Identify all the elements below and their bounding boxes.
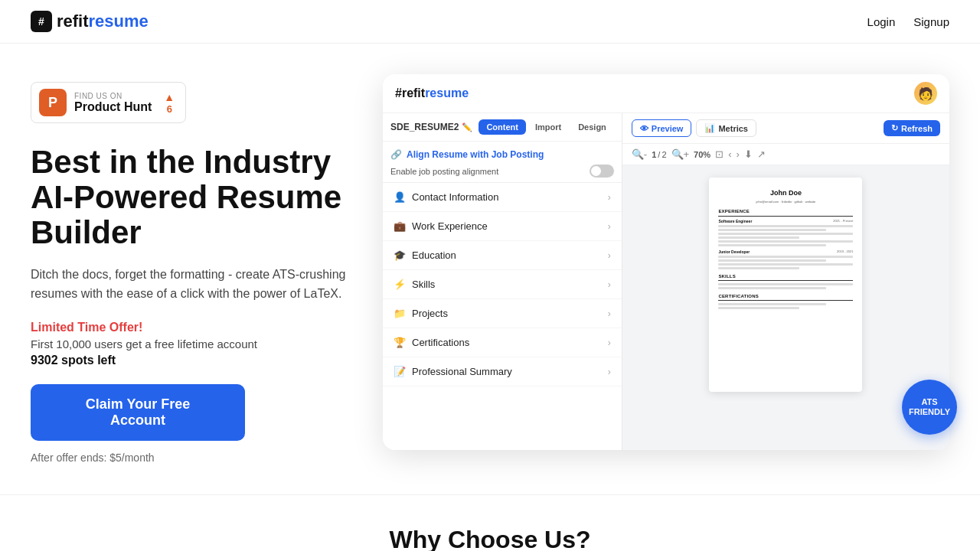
section-label-summary: Professional Summary: [412, 366, 512, 377]
logo[interactable]: # refitresume: [31, 11, 149, 32]
resume-line: [718, 225, 853, 227]
app-body: SDE_RESUME2 ✏️ Content Import Design 🔗: [383, 113, 949, 450]
align-toggle-switch[interactable]: [590, 165, 614, 178]
app-topbar: #refitresume 🧑: [383, 74, 949, 113]
work-icon: 💼: [394, 220, 406, 232]
tab-design[interactable]: Design: [570, 119, 614, 135]
contact-icon: 👤: [394, 191, 406, 203]
section-certifications[interactable]: 🏆 Certifications ›: [383, 328, 622, 357]
editor-pane: SDE_RESUME2 ✏️ Content Import Design 🔗: [383, 113, 622, 450]
resume-preview-area: John Doe john@email.com · linkedin · git…: [622, 165, 949, 450]
tab-content[interactable]: Content: [479, 119, 526, 135]
tab-import[interactable]: Import: [528, 119, 569, 135]
section-left: 🎓 Education: [394, 249, 456, 261]
spots-left-text: 9302 spots left: [31, 354, 352, 367]
total-pages: 2: [662, 150, 666, 159]
offer-description: First 10,000 users get a free lifetime a…: [31, 337, 352, 350]
navbar: # refitresume Login Signup: [0, 0, 980, 44]
resume-line: [718, 233, 853, 235]
section-projects[interactable]: 📁 Projects ›: [383, 299, 622, 328]
logo-icon: #: [31, 11, 52, 32]
resume-section-skills: Skills: [718, 273, 853, 281]
resume-line: [718, 229, 826, 231]
align-icon: 🔗: [390, 149, 402, 160]
section-left: 📁 Projects: [394, 308, 448, 319]
chevron-icon: ›: [608, 367, 611, 377]
section-label-work: Work Experience: [412, 220, 488, 232]
section-work-experience[interactable]: 💼 Work Experience ›: [383, 212, 622, 241]
resume-name: John Doe: [718, 188, 853, 198]
fit-page-button[interactable]: ⊡: [715, 148, 724, 160]
logo-text-resume: resume: [89, 11, 149, 31]
chevron-icon: ›: [608, 250, 611, 261]
chevron-icon: ›: [608, 221, 611, 232]
resume-line: [718, 256, 853, 258]
ph-upvote[interactable]: ▲ 6: [164, 91, 175, 115]
ats-badge-text: ATSFRIENDLY: [909, 397, 950, 417]
page-controls-bar: 🔍- 1 / 2 🔍+ 70% ⊡ ‹ › ⬇: [622, 144, 949, 165]
section-education[interactable]: 🎓 Education ›: [383, 241, 622, 270]
preview-toolbar: 👁 Preview 📊 Metrics ↻ Refresh: [622, 113, 949, 144]
signup-link[interactable]: Signup: [913, 15, 949, 28]
section-left: 📝 Professional Summary: [394, 366, 512, 377]
projects-icon: 📁: [394, 308, 406, 319]
resume-section-experience: Experience: [718, 208, 853, 216]
section-contact-information[interactable]: 👤 Contact Information ›: [383, 183, 622, 212]
chevron-icon: ›: [608, 337, 611, 348]
page-separator: /: [658, 150, 660, 159]
preview-tab-button[interactable]: 👁 Preview: [632, 119, 692, 137]
chevron-icon: ›: [608, 279, 611, 290]
hero-subtext: Ditch the docs, forget the formatting - …: [31, 265, 352, 304]
resume-section-certifications: Certifications: [718, 293, 853, 301]
resume-entry-2: Junior Developer 2019 - 2021: [718, 249, 853, 269]
claim-account-button[interactable]: Claim Your Free Account: [31, 384, 245, 441]
right-panel: #refitresume 🧑 SDE_RESUME2 ✏️ Content: [383, 74, 949, 450]
section-left: 💼 Work Experience: [394, 220, 488, 232]
chevron-icon: ›: [608, 308, 611, 319]
hero-heading: Best in the Industry AI-Powered Resume B…: [31, 145, 352, 251]
resume-line: [718, 307, 799, 309]
login-link[interactable]: Login: [867, 15, 896, 28]
resume-line: [718, 287, 826, 289]
cert-icon: 🏆: [394, 337, 406, 348]
user-avatar[interactable]: 🧑: [914, 82, 937, 105]
resume-line: [718, 244, 826, 246]
section-list: 👤 Contact Information › 💼 Work Experienc…: [383, 183, 622, 450]
mini-resume: John Doe john@email.com · linkedin · git…: [709, 178, 862, 392]
resume-line: [718, 303, 826, 305]
upvote-arrow-icon: ▲: [164, 91, 175, 103]
preview-pane: 👁 Preview 📊 Metrics ↻ Refresh: [622, 113, 949, 450]
zoom-in-button[interactable]: 🔍+: [671, 148, 690, 160]
app-screenshot: #refitresume 🧑 SDE_RESUME2 ✏️ Content: [383, 74, 949, 450]
why-choose-us-title: Why Choose Us?: [31, 526, 949, 551]
resume-entry-date: 2021 - Present: [833, 219, 853, 224]
product-hunt-badge[interactable]: P FIND US ON Product Hunt ▲ 6: [31, 82, 186, 123]
section-professional-summary[interactable]: 📝 Professional Summary ›: [383, 357, 622, 386]
summary-icon: 📝: [394, 366, 406, 377]
section-left: ⚡ Skills: [394, 279, 435, 290]
left-panel: P FIND US ON Product Hunt ▲ 6 Best in th…: [31, 74, 352, 464]
ph-name: Product Hunt: [74, 100, 152, 114]
page-controls: 🔍- 1 / 2 🔍+ 70% ⊡ ‹ › ⬇: [632, 148, 766, 160]
editor-toolbar: SDE_RESUME2 ✏️ Content Import Design: [383, 113, 622, 142]
zoom-out-button[interactable]: 🔍-: [632, 148, 647, 160]
resume-line: [718, 283, 853, 285]
download-button[interactable]: ⬇: [744, 148, 753, 160]
edit-icon[interactable]: ✏️: [462, 122, 472, 132]
metrics-tab-button[interactable]: 📊 Metrics: [696, 119, 756, 137]
share-button[interactable]: ↗: [757, 148, 766, 160]
prev-page-button[interactable]: ‹: [728, 148, 731, 160]
ph-text-block: FIND US ON Product Hunt: [74, 92, 152, 114]
resume-line: [718, 236, 799, 239]
refresh-button[interactable]: ↻ Refresh: [884, 120, 940, 136]
page-fraction: 1 / 2: [652, 150, 666, 159]
ph-find-text: FIND US ON: [74, 92, 152, 100]
metrics-icon: 📊: [704, 123, 715, 133]
resume-line: [718, 240, 853, 243]
section-skills[interactable]: ⚡ Skills ›: [383, 270, 622, 299]
resume-entry-header-2: Junior Developer 2019 - 2021: [718, 249, 853, 255]
logo-text-refit: refit: [57, 11, 89, 31]
resume-line: [718, 267, 799, 269]
next-page-button[interactable]: ›: [736, 148, 739, 160]
section-left: 👤 Contact Information: [394, 191, 498, 203]
